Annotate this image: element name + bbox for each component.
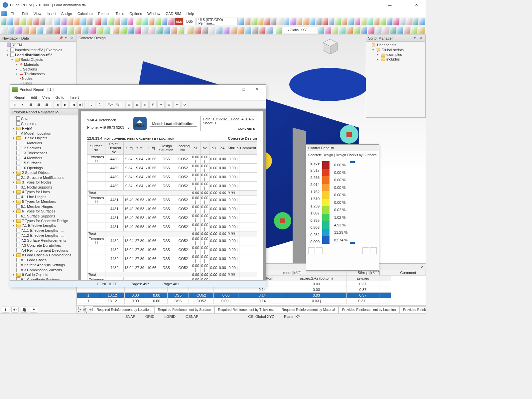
toolbar-icon[interactable] bbox=[396, 27, 403, 34]
toolbar-icon[interactable] bbox=[387, 18, 393, 25]
toolbar-icon[interactable] bbox=[406, 18, 412, 25]
report-tool-icon[interactable]: ▯ bbox=[11, 101, 18, 108]
app-menu-icon[interactable] bbox=[1, 11, 7, 16]
report-tool-icon[interactable]: ▦ bbox=[133, 101, 141, 108]
report-tool-icon[interactable]: ▤ bbox=[125, 101, 133, 108]
tree-sections[interactable]: Sections bbox=[23, 67, 37, 71]
panel-close-icon[interactable]: ✕ bbox=[69, 36, 74, 41]
toolbar-icon[interactable] bbox=[80, 18, 86, 25]
report-nav-item[interactable]: 6.1 Surface Supports bbox=[11, 213, 77, 218]
menu-options[interactable]: Options bbox=[127, 11, 145, 17]
report-tool-icon[interactable]: ⤴ bbox=[88, 101, 95, 108]
cs-combo[interactable]: 1 - Global XYZ bbox=[283, 27, 317, 34]
tab-req-by-location[interactable]: Required Reinforcement by Location bbox=[93, 306, 154, 313]
script-includes[interactable]: includes bbox=[386, 57, 400, 61]
report-nav-item[interactable]: 2.1 Structure Modifications bbox=[11, 175, 77, 180]
menu-cadbim[interactable]: CAD-BIM bbox=[163, 11, 184, 17]
toolbar-icon[interactable] bbox=[86, 18, 92, 25]
report-nav-item[interactable]: ▾7 Types for Concrete Design bbox=[11, 218, 77, 223]
toolbar-icon[interactable] bbox=[120, 27, 127, 34]
toolbar-icon[interactable] bbox=[329, 18, 334, 25]
report-nav-item[interactable]: ▾1 Basic Objects bbox=[11, 136, 77, 140]
toolbar-icon[interactable] bbox=[290, 18, 296, 25]
toolbar-icon[interactable] bbox=[296, 18, 302, 25]
menu-tools[interactable]: Tools bbox=[113, 11, 127, 17]
menu-view[interactable]: View bbox=[31, 11, 44, 17]
toolbar-icon[interactable] bbox=[46, 18, 52, 25]
toolbar-icon[interactable] bbox=[30, 27, 37, 34]
report-nav-item[interactable]: 8.3 Combination Wizards bbox=[11, 267, 77, 272]
toolbar-icon[interactable] bbox=[14, 18, 20, 25]
view-cube[interactable] bbox=[321, 38, 339, 56]
script-dlubal[interactable]: Dlubal scripts bbox=[382, 48, 404, 52]
toolbar-icon[interactable] bbox=[136, 18, 142, 25]
report-nav-tree[interactable]: CoverContents▾RFEMA Model - Location▾1 B… bbox=[10, 115, 78, 280]
report-tool-icon[interactable]: ✖ bbox=[19, 101, 26, 108]
menu-calculate[interactable]: Calculate bbox=[75, 11, 95, 17]
toolbar-icon[interactable] bbox=[149, 27, 156, 34]
toolbar-icon[interactable] bbox=[244, 27, 251, 34]
toolbar-icon[interactable] bbox=[156, 27, 163, 34]
report-menu-edit[interactable]: Edit bbox=[28, 95, 40, 100]
report-tool-icon[interactable]: ◀ bbox=[54, 101, 61, 108]
toolbar-icon[interactable] bbox=[277, 18, 283, 25]
toolbar-icon[interactable] bbox=[101, 18, 107, 25]
report-tool-icon[interactable]: 🖶 bbox=[43, 101, 50, 108]
tab-prov-by-surface[interactable]: Provided Reinforcement by S bbox=[399, 306, 426, 313]
toolbar-icon[interactable] bbox=[208, 27, 215, 34]
toolbar-icon[interactable] bbox=[322, 18, 328, 25]
report-nav-item[interactable]: 1.4 Members bbox=[11, 155, 77, 160]
toolbar-icon[interactable] bbox=[418, 27, 425, 34]
tree-item-active[interactable]: Load distribution.rf6* bbox=[15, 53, 52, 57]
toolbar-icon[interactable] bbox=[8, 27, 15, 34]
toolbar-icon[interactable] bbox=[399, 18, 405, 25]
status-snap[interactable]: SNAP bbox=[125, 315, 135, 319]
tab-prov-by-location[interactable]: Provided Reinforcement by Location bbox=[338, 306, 399, 313]
tab-req-by-material[interactable]: Required Reinforcement by Material bbox=[278, 306, 338, 313]
cp-close-icon[interactable]: ▭ bbox=[331, 146, 334, 150]
tree-basic-objects[interactable]: Basic Objects bbox=[21, 58, 43, 62]
panel-close-icon[interactable]: ✕ bbox=[418, 36, 423, 41]
toolbar-icon[interactable] bbox=[194, 27, 201, 34]
toolbar-icon[interactable] bbox=[142, 27, 149, 34]
menu-results[interactable]: Results bbox=[95, 11, 113, 17]
toolbar-icon[interactable] bbox=[411, 27, 418, 34]
scale-marker-bot[interactable] bbox=[350, 242, 355, 244]
script-user[interactable]: User scripts bbox=[377, 43, 396, 47]
report-tool-icon[interactable]: 🔍+ bbox=[107, 101, 114, 108]
toolbar-icon[interactable] bbox=[114, 18, 120, 25]
toolbar-icon[interactable] bbox=[96, 27, 103, 34]
toolbar-icon[interactable] bbox=[353, 27, 360, 34]
toolbar-icon[interactable] bbox=[67, 27, 74, 34]
tree-item[interactable]: imperical test.rf6* | Examples bbox=[15, 48, 62, 52]
toolbar-icon[interactable] bbox=[162, 18, 168, 25]
toolbar-icon[interactable] bbox=[127, 27, 134, 34]
toolbar-icon[interactable] bbox=[375, 27, 382, 34]
report-nav-item[interactable]: Contents bbox=[11, 121, 77, 126]
toolbar-icon[interactable] bbox=[238, 18, 244, 25]
report-tool-icon[interactable]: ▥ bbox=[141, 101, 149, 108]
cp-tool-icon[interactable] bbox=[308, 247, 315, 254]
panel-close-icon[interactable]: ✕ bbox=[56, 110, 59, 114]
report-page-area[interactable]: 93464 Tiefenbach Phone: +49 9673 9203 - … bbox=[78, 109, 266, 280]
toolbar-icon[interactable] bbox=[270, 18, 276, 25]
toolbar-icon[interactable] bbox=[7, 18, 13, 25]
report-nav-item[interactable]: ▾2 Special Objects bbox=[11, 170, 77, 175]
toolbar-icon[interactable]: ULS (STR/GEO) – Permane... bbox=[196, 18, 238, 25]
tree-root[interactable]: RFEM bbox=[12, 43, 22, 47]
report-nav-item[interactable]: ▾9 Guide Objects bbox=[11, 272, 77, 277]
tree-thicknesses[interactable]: Thicknesses bbox=[24, 72, 45, 76]
toolbar-icon[interactable] bbox=[108, 18, 114, 25]
scale-marker-top[interactable] bbox=[350, 161, 355, 163]
report-nav-item[interactable]: 7.3 Concrete Durabilities bbox=[11, 243, 77, 248]
toolbar-icon[interactable] bbox=[61, 18, 67, 25]
report-nav-item[interactable]: 9.1 Coordinate Systems bbox=[11, 277, 77, 280]
report-nav-item[interactable]: 3.1 Nodal Supports bbox=[11, 185, 77, 190]
close-button[interactable]: ✕ bbox=[410, 0, 423, 10]
panel-max-icon[interactable]: □ bbox=[413, 36, 418, 41]
report-nav-item[interactable]: 7.4 Reinforcement Directions bbox=[11, 248, 77, 253]
toolbar-icon[interactable] bbox=[339, 27, 346, 34]
report-tool-icon[interactable]: 🖶 bbox=[35, 101, 42, 108]
toolbar-icon[interactable] bbox=[27, 18, 33, 25]
toolbar-icon[interactable] bbox=[201, 27, 208, 34]
